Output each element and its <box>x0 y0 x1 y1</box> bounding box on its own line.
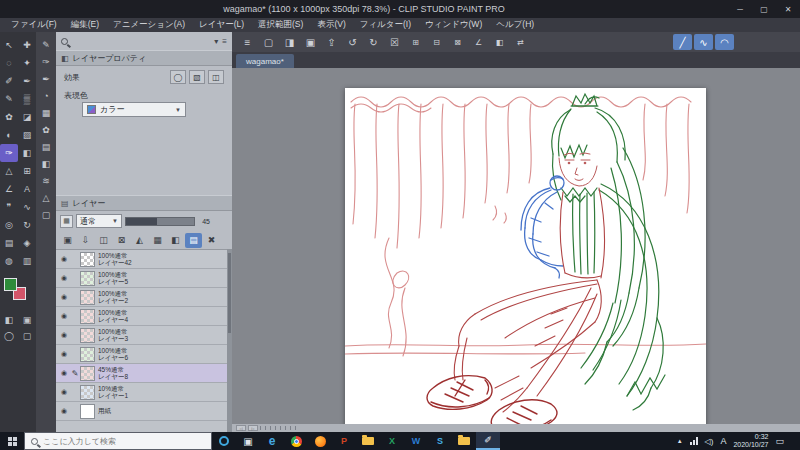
menu-edit[interactable]: 編集(E) <box>64 19 106 31</box>
menu-filter[interactable]: フィルター(I) <box>353 19 418 31</box>
maximize-icon[interactable]: ▢ <box>752 0 776 18</box>
scroll-right-icon[interactable]: ▷ <box>248 425 258 431</box>
panel-collapse-icon[interactable]: ▾ <box>214 37 218 46</box>
subtool-icon[interactable]: ▤ <box>42 142 51 152</box>
menu-selection[interactable]: 選択範囲(S) <box>251 19 310 31</box>
angle-icon[interactable]: ∠ <box>469 34 488 50</box>
transfer-layer-icon[interactable]: ⇩ <box>77 233 94 248</box>
palette-icon[interactable]: ▦ <box>60 215 73 228</box>
eye-icon[interactable]: ◉ <box>58 388 70 396</box>
main-color-swatch[interactable] <box>4 278 17 291</box>
explorer-button[interactable] <box>356 432 380 450</box>
cortana-button[interactable] <box>212 432 236 450</box>
subtool-icon[interactable]: ▦ <box>42 108 51 118</box>
flip-view-icon[interactable]: ⇄ <box>511 34 530 50</box>
tone-effect-icon[interactable]: ▧ <box>189 70 205 84</box>
subtool-icon[interactable]: △ <box>43 193 50 203</box>
folder2-button[interactable] <box>452 432 476 450</box>
color-set-icon[interactable]: ▢ <box>18 328 36 344</box>
eye-icon[interactable]: ◉ <box>58 312 70 320</box>
menu-window[interactable]: ウィンドウ(W) <box>418 19 489 31</box>
layer-row[interactable]: ◉ 100%通常レイヤー3 <box>56 326 227 345</box>
menu-animation[interactable]: アニメーション(A) <box>106 19 192 31</box>
eye-icon[interactable]: ◉ <box>58 293 70 301</box>
grid-icon[interactable]: ⊞ <box>406 34 425 50</box>
line-correct-tool-icon[interactable]: ∿ <box>18 198 36 216</box>
subtool-icon[interactable]: ✎ <box>42 40 50 50</box>
snap-ruler-icon[interactable]: ⊟ <box>427 34 446 50</box>
skype-button[interactable]: S <box>428 432 452 450</box>
delete-layer-icon[interactable]: ✖ <box>203 233 220 248</box>
menu-file[interactable]: ファイル(F) <box>4 19 64 31</box>
blend-mode-select[interactable]: 通常 ▼ <box>76 214 122 228</box>
eraser-tool-icon[interactable]: ◪ <box>18 108 36 126</box>
task-view-button[interactable]: ▣ <box>236 432 260 450</box>
layer-color-effect-icon[interactable]: ◫ <box>208 70 224 84</box>
search-input[interactable] <box>43 437 183 446</box>
subtool-icon[interactable]: ≋ <box>42 176 50 186</box>
layer-row[interactable]: ◉ 100%通常レイヤー42 <box>56 250 227 269</box>
switch-color-icon[interactable]: ◧ <box>0 312 18 328</box>
word-button[interactable]: W <box>404 432 428 450</box>
eye-icon[interactable]: ◉ <box>58 350 70 358</box>
selection-pen-icon[interactable]: ◍ <box>0 252 18 270</box>
move-tool-icon[interactable]: ✚ <box>18 36 36 54</box>
brush-tool-icon-selected[interactable]: ✑ <box>0 144 18 162</box>
layer-row[interactable]: ◉ 100%通常レイヤー4 <box>56 307 227 326</box>
gradient-tool-icon[interactable]: ▨ <box>18 126 36 144</box>
clip-studio-button-active[interactable]: ✐ <box>476 432 500 450</box>
mask-layer-icon[interactable]: ▦ <box>149 233 166 248</box>
layer-row-paper[interactable]: ◉ 用紙 <box>56 402 227 421</box>
taskbar-clock[interactable]: 0:32 2020/10/27 <box>733 433 768 449</box>
panel-menu-icon[interactable]: ≡ <box>222 37 227 46</box>
eye-icon[interactable]: ◉ <box>58 331 70 339</box>
subtool-icon[interactable]: ✿ <box>42 125 50 135</box>
layer-row[interactable]: ◉ 10%通常レイヤー1 <box>56 383 227 402</box>
eye-icon[interactable]: ◉ <box>58 255 70 263</box>
airbrush-tool-icon[interactable]: ▒ <box>18 90 36 108</box>
scroll-left-icon[interactable]: ◁ <box>236 425 246 431</box>
tray-chevron-icon[interactable]: ▲ <box>677 438 683 444</box>
wand-tool-icon[interactable]: ✦ <box>18 54 36 72</box>
lock-pixel-icon[interactable]: ◭ <box>131 233 148 248</box>
subtool-icon[interactable]: ✑ <box>42 57 50 67</box>
two-pane-view-icon[interactable]: ▤ <box>185 233 202 248</box>
panel-search-icon[interactable] <box>61 38 68 45</box>
layer-property-header[interactable]: ◧ レイヤープロパティ <box>56 50 232 66</box>
line-stroke-icon[interactable]: ╱ <box>673 34 692 50</box>
edge-button[interactable]: e <box>260 432 284 450</box>
ruler-layer-icon[interactable]: ◧ <box>167 233 184 248</box>
eyedropper-tool-icon[interactable]: ✐ <box>0 72 18 90</box>
blend-tool-icon[interactable]: ◐ <box>0 126 18 144</box>
material-tool-icon[interactable]: ▤ <box>0 234 18 252</box>
menu-view[interactable]: 表示(V) <box>310 19 352 31</box>
canvas-background[interactable] <box>232 68 800 424</box>
text-tool-icon[interactable]: A <box>18 180 36 198</box>
lasso-tool-icon[interactable]: ◌ <box>0 54 18 72</box>
zoom-tool-icon[interactable]: ◎ <box>0 216 18 234</box>
lock-layer-icon[interactable]: ⊠ <box>113 233 130 248</box>
rotate-tool-icon[interactable]: ↻ <box>18 216 36 234</box>
pen-tool-icon[interactable]: ✒ <box>18 72 36 90</box>
taskbar-search[interactable] <box>24 432 212 450</box>
subtool-icon[interactable]: ✒ <box>42 74 50 84</box>
subtool-icon[interactable]: ▢ <box>42 210 51 220</box>
chrome-button[interactable] <box>284 432 308 450</box>
save-icon[interactable]: ▣ <box>301 34 320 50</box>
canvas-document[interactable] <box>345 88 706 436</box>
combine-layer-icon[interactable]: ◫ <box>95 233 112 248</box>
mesh-tool-icon[interactable]: ◈ <box>18 234 36 252</box>
transparent-color-icon[interactable]: ◯ <box>0 328 18 344</box>
figure-tool-icon[interactable]: △ <box>0 162 18 180</box>
close-icon[interactable]: ✕ <box>776 0 800 18</box>
firefox-button[interactable] <box>308 432 332 450</box>
ruler-tool-icon[interactable]: ∠ <box>0 180 18 198</box>
arc-stroke-icon[interactable]: ◠ <box>715 34 734 50</box>
menu-layer[interactable]: レイヤー(L) <box>192 19 251 31</box>
ime-indicator[interactable]: A <box>720 436 726 446</box>
canvas-scrollbar[interactable]: ◁ ▷ <box>232 424 800 432</box>
snap-special-icon[interactable]: ⊠ <box>448 34 467 50</box>
subtool-icon[interactable]: ◔ <box>43 91 48 101</box>
frame-tool-icon[interactable]: ⊞ <box>18 162 36 180</box>
menu-help[interactable]: ヘルプ(H) <box>489 19 541 31</box>
